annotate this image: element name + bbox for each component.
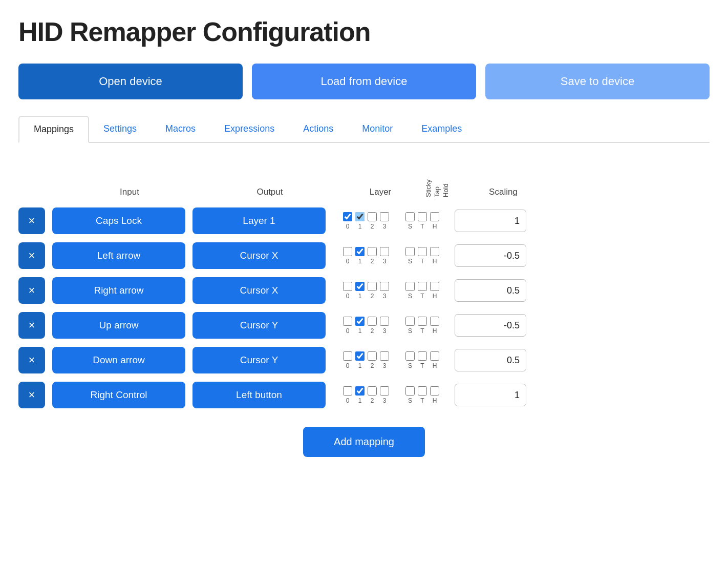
tab-macros[interactable]: Macros [151, 116, 210, 143]
layer-cb-1-1[interactable] [355, 246, 365, 257]
layer-cb-2-1[interactable] [355, 281, 365, 292]
col-header-layer: Layer [352, 187, 409, 197]
tab-settings[interactable]: Settings [89, 116, 151, 143]
output-button-4[interactable]: Cursor Y [192, 347, 326, 373]
load-from-device-button[interactable]: Load from device [252, 64, 476, 99]
table-row: ×Left arrowCursor X0123STH [18, 238, 710, 273]
sth-cb-5-0[interactable] [405, 386, 415, 396]
sth-checkboxes-0: STH [399, 212, 445, 230]
sth-cb-5-1[interactable] [417, 386, 427, 396]
layer-cb-4-2[interactable] [367, 351, 377, 361]
sth-checkboxes-2: STH [399, 281, 445, 300]
layer-cb-1-2[interactable] [367, 246, 377, 257]
layer-cb-2-2[interactable] [367, 281, 377, 292]
layer-cb-3-2[interactable] [367, 316, 377, 326]
tabs: MappingsSettingsMacrosExpressionsActions… [18, 116, 710, 143]
input-button-4[interactable]: Down arrow [52, 347, 185, 373]
sth-cb-0-1[interactable] [417, 212, 427, 222]
scaling-input-4[interactable] [455, 349, 526, 371]
layer-cb-1-0[interactable] [342, 246, 353, 257]
sth-checkboxes-3: STH [399, 316, 445, 335]
sth-cb-3-0[interactable] [405, 316, 415, 326]
layer-checkboxes-2: 0123 [338, 281, 394, 300]
sth-cb-0-0[interactable] [405, 212, 415, 222]
layer-cb-3-3[interactable] [379, 316, 390, 326]
input-button-3[interactable]: Up arrow [52, 312, 185, 339]
sth-checkboxes-5: STH [399, 386, 445, 404]
input-button-2[interactable]: Right arrow [52, 277, 185, 304]
layer-cb-5-0[interactable] [342, 386, 353, 396]
sth-cb-1-2[interactable] [430, 246, 440, 257]
delete-button-4[interactable]: × [18, 347, 45, 373]
layer-cb-2-0[interactable] [342, 281, 353, 292]
delete-button-1[interactable]: × [18, 242, 45, 269]
layer-cb-2-3[interactable] [379, 281, 390, 292]
layer-cb-3-0[interactable] [342, 316, 353, 326]
mappings-table: ×Caps LockLayer 10123STH×Left arrowCurso… [18, 203, 710, 412]
tab-mappings[interactable]: Mappings [18, 116, 89, 143]
table-row: ×Right arrowCursor X0123STH [18, 273, 710, 308]
sth-cb-0-2[interactable] [430, 212, 440, 222]
open-device-button[interactable]: Open device [18, 64, 243, 99]
sth-cb-2-1[interactable] [417, 281, 427, 292]
output-button-5[interactable]: Left button [192, 382, 326, 408]
output-button-2[interactable]: Cursor X [192, 277, 326, 304]
col-header-scaling: Scaling [465, 187, 542, 197]
sth-cb-2-0[interactable] [405, 281, 415, 292]
layer-cb-5-1[interactable] [355, 386, 365, 396]
layer-checkboxes-1: 0123 [338, 246, 394, 265]
sth-cb-3-1[interactable] [417, 316, 427, 326]
sth-cb-4-0[interactable] [405, 351, 415, 361]
layer-checkboxes-3: 0123 [338, 316, 394, 335]
col-header-sth: Sticky Tap Hold [409, 161, 465, 197]
sth-cb-3-2[interactable] [430, 316, 440, 326]
layer-cb-5-3[interactable] [379, 386, 390, 396]
table-row: ×Right ControlLeft button0123STH [18, 378, 710, 412]
input-button-5[interactable]: Right Control [52, 382, 185, 408]
page-title: HID Remapper Configuration [18, 16, 710, 47]
output-button-3[interactable]: Cursor Y [192, 312, 326, 339]
tab-monitor[interactable]: Monitor [348, 116, 407, 143]
delete-button-3[interactable]: × [18, 312, 45, 339]
scaling-input-1[interactable] [455, 244, 526, 267]
sth-cb-4-2[interactable] [430, 351, 440, 361]
layer-cb-0-1[interactable] [355, 212, 365, 222]
delete-button-5[interactable]: × [18, 382, 45, 408]
tab-expressions[interactable]: Expressions [210, 116, 289, 143]
sth-checkboxes-1: STH [399, 246, 445, 265]
sth-cb-2-2[interactable] [430, 281, 440, 292]
tap-label: Tap [433, 167, 441, 197]
layer-cb-1-3[interactable] [379, 246, 390, 257]
column-headers: Input Output Layer Sticky Tap Hold Scali… [18, 161, 710, 201]
layer-cb-4-1[interactable] [355, 351, 365, 361]
layer-cb-0-3[interactable] [379, 212, 390, 222]
layer-checkboxes-5: 0123 [338, 386, 394, 404]
sth-cb-1-0[interactable] [405, 246, 415, 257]
scaling-input-3[interactable] [455, 314, 526, 337]
sth-cb-4-1[interactable] [417, 351, 427, 361]
delete-button-2[interactable]: × [18, 277, 45, 304]
delete-button-0[interactable]: × [18, 207, 45, 234]
sth-cb-5-2[interactable] [430, 386, 440, 396]
save-to-device-button[interactable]: Save to device [485, 64, 710, 99]
top-buttons: Open device Load from device Save to dev… [18, 64, 710, 99]
scaling-input-2[interactable] [455, 279, 526, 302]
input-button-0[interactable]: Caps Lock [52, 207, 185, 234]
layer-cb-5-2[interactable] [367, 386, 377, 396]
layer-cb-0-0[interactable] [342, 212, 353, 222]
table-row: ×Up arrowCursor Y0123STH [18, 308, 710, 343]
layer-cb-3-1[interactable] [355, 316, 365, 326]
tab-actions[interactable]: Actions [289, 116, 348, 143]
tab-examples[interactable]: Examples [407, 116, 476, 143]
scaling-input-5[interactable] [455, 384, 526, 406]
output-button-1[interactable]: Cursor X [192, 242, 326, 269]
add-mapping-button[interactable]: Add mapping [303, 427, 425, 457]
input-button-1[interactable]: Left arrow [52, 242, 185, 269]
layer-cb-0-2[interactable] [367, 212, 377, 222]
layer-cb-4-0[interactable] [342, 351, 353, 361]
layer-checkboxes-0: 0123 [338, 212, 394, 230]
output-button-0[interactable]: Layer 1 [192, 207, 326, 234]
sth-cb-1-1[interactable] [417, 246, 427, 257]
scaling-input-0[interactable] [455, 210, 526, 232]
layer-cb-4-3[interactable] [379, 351, 390, 361]
